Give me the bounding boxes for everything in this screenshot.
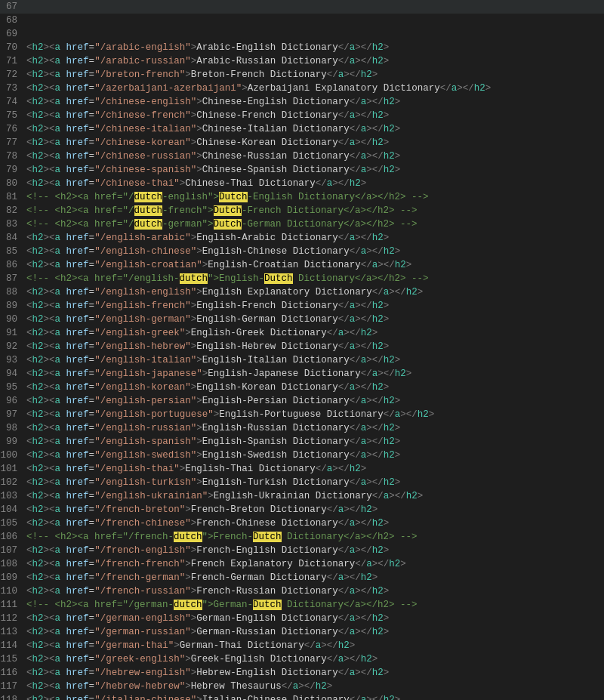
line-number: 104 <box>0 503 26 517</box>
code-line: 99<h2><a href="/english-spanish">English… <box>0 435 604 449</box>
line-content: <h2><a href="/english-arabic">English-Ar… <box>26 231 604 245</box>
line-number: 112 <box>0 612 26 625</box>
line-number: 91 <box>0 326 26 340</box>
line-number: 97 <box>0 408 26 421</box>
line-content: <h2><a href="/english-japanese">English-… <box>26 367 604 381</box>
line-number: 71 <box>0 54 26 68</box>
code-line: 111<!-- <h2><a href="/german-dutch">Germ… <box>0 598 604 612</box>
line-number: 68 <box>0 14 26 27</box>
line-number: 118 <box>0 693 26 700</box>
code-line: 109<h2><a href="/french-german">French-G… <box>0 571 604 584</box>
line-number: 77 <box>0 136 26 150</box>
line-number: 73 <box>0 82 26 95</box>
line-number: 89 <box>0 299 26 313</box>
line-content: <h2><a href="/english-hebrew">English-He… <box>26 340 604 353</box>
line-content: <h2><a href="/arabic-russian">Arabic-Rus… <box>26 54 604 68</box>
line-content: <!-- <h2><a href="/english-dutch">Englis… <box>26 272 604 285</box>
code-line: 101<h2><a href="/english-thai">English-T… <box>0 462 604 476</box>
line-number: 115 <box>0 652 26 666</box>
code-line: 85<h2><a href="/english-chinese">English… <box>0 245 604 258</box>
line-content: <h2><a href="/english-turkish">English-T… <box>26 476 604 489</box>
code-line: 76<h2><a href="/chinese-italian">Chinese… <box>0 122 604 136</box>
line-content: <!-- <h2><a href="/dutch-german">Dutch-G… <box>26 217 604 231</box>
dutch-highlight: dutch <box>180 273 208 284</box>
line-content: <h2><a href="/english-german">English-Ge… <box>26 313 604 326</box>
line-number: 98 <box>0 421 26 435</box>
line-content: <h2><a href="/french-chinese">French-Chi… <box>26 517 604 530</box>
line-content: <h2><a href="/english-greek">English-Gre… <box>26 326 604 340</box>
dutch-highlight: dutch <box>174 600 202 610</box>
line-content: <h2><a href="/chinese-thai">Chinese-Thai… <box>26 177 604 190</box>
line-content: <h2><a href="/english-italian">English-I… <box>26 353 604 367</box>
line-content: <h2><a href="/english-persian">English-P… <box>26 394 604 408</box>
line-content: <h2><a href="/english-thai">English-Thai… <box>26 462 604 476</box>
line-number: 101 <box>0 462 26 476</box>
line-number: 111 <box>0 598 26 612</box>
code-line: 118<h2><a href="/italian-chinese">Italia… <box>0 693 604 700</box>
line-number: 90 <box>0 313 26 326</box>
dutch-highlight-2: Dutch <box>253 600 282 610</box>
dutch-highlight: dutch <box>134 205 163 216</box>
code-line: 79<h2><a href="/chinese-spanish">Chinese… <box>0 163 604 177</box>
line-number: 88 <box>0 285 26 299</box>
line-number: 107 <box>0 544 26 557</box>
line-number: 86 <box>0 258 26 272</box>
code-line: 114<h2><a href="/german-thai">German-Tha… <box>0 639 604 652</box>
code-line: 88<h2><a href="/english-english">English… <box>0 285 604 299</box>
dutch-highlight-2: Dutch <box>214 205 242 216</box>
code-line: 69 <box>0 27 604 41</box>
line-content: <h2><a href="/french-german">French-Germ… <box>26 571 604 584</box>
code-line: 74<h2><a href="/chinese-english">Chinese… <box>0 95 604 109</box>
line-content: <h2><a href="/english-ukrainian">English… <box>26 489 604 503</box>
line-content: <h2><a href="/german-russian">German-Rus… <box>26 625 604 639</box>
code-line: 67 <box>0 0 604 14</box>
code-line: 116<h2><a href="/hebrew-english">Hebrew-… <box>0 666 604 680</box>
dutch-highlight-2: Dutch <box>264 273 293 284</box>
line-number: 109 <box>0 571 26 584</box>
line-content <box>26 0 604 14</box>
line-number: 117 <box>0 680 26 693</box>
code-line: 89<h2><a href="/english-french">English-… <box>0 299 604 313</box>
line-content: <h2><a href="/arabic-english">Arabic-Eng… <box>26 41 604 54</box>
line-number: 67 <box>0 0 26 14</box>
line-content <box>26 14 604 27</box>
code-line: 77<h2><a href="/chinese-korean">Chinese-… <box>0 136 604 150</box>
code-line: 97<h2><a href="/english-portuguese">Engl… <box>0 408 604 421</box>
line-content: <h2><a href="/chinese-french">Chinese-Fr… <box>26 109 604 122</box>
code-line: 107<h2><a href="/french-english">French-… <box>0 544 604 557</box>
code-line: 102<h2><a href="/english-turkish">Englis… <box>0 476 604 489</box>
dutch-highlight: dutch <box>174 532 202 542</box>
line-content: <h2><a href="/breton-french">Breton-Fren… <box>26 68 604 82</box>
line-number: 75 <box>0 109 26 122</box>
line-number: 116 <box>0 666 26 680</box>
line-content: <h2><a href="/chinese-english">Chinese-E… <box>26 95 604 109</box>
code-line: 68 <box>0 14 604 27</box>
code-line: 90<h2><a href="/english-german">English-… <box>0 313 604 326</box>
line-number: 103 <box>0 489 26 503</box>
line-content: <!-- <h2><a href="/dutch-english">Dutch-… <box>26 190 604 204</box>
line-number: 84 <box>0 231 26 245</box>
code-line: 72<h2><a href="/breton-french">Breton-Fr… <box>0 68 604 82</box>
code-line: 73<h2><a href="/azerbaijani-azerbaijani"… <box>0 82 604 95</box>
code-line: 105<h2><a href="/french-chinese">French-… <box>0 517 604 530</box>
line-content: <h2><a href="/french-russian">French-Rus… <box>26 584 604 598</box>
line-content: <h2><a href="/english-chinese">English-C… <box>26 245 604 258</box>
line-number: 106 <box>0 530 26 544</box>
line-number: 79 <box>0 163 26 177</box>
line-number: 110 <box>0 584 26 598</box>
dutch-highlight: dutch <box>134 192 163 202</box>
code-line: 75<h2><a href="/chinese-french">Chinese-… <box>0 109 604 122</box>
line-content: <!-- <h2><a href="/dutch-french">Dutch-F… <box>26 204 604 217</box>
line-number: 83 <box>0 217 26 231</box>
code-line: 95<h2><a href="/english-korean">English-… <box>0 381 604 394</box>
code-line: 84<h2><a href="/english-arabic">English-… <box>0 231 604 245</box>
line-number: 114 <box>0 639 26 652</box>
code-line: 81<!-- <h2><a href="/dutch-english">Dutc… <box>0 190 604 204</box>
line-content: <!-- <h2><a href="/french-dutch">French-… <box>26 530 604 544</box>
line-content: <h2><a href="/french-breton">French-Bret… <box>26 503 604 517</box>
line-content: <h2><a href="/chinese-italian">Chinese-I… <box>26 122 604 136</box>
line-content: <h2><a href="/english-korean">English-Ko… <box>26 381 604 394</box>
code-line: 103<h2><a href="/english-ukrainian">Engl… <box>0 489 604 503</box>
line-content: <h2><a href="/chinese-russian">Chinese-R… <box>26 150 604 163</box>
line-number: 80 <box>0 177 26 190</box>
